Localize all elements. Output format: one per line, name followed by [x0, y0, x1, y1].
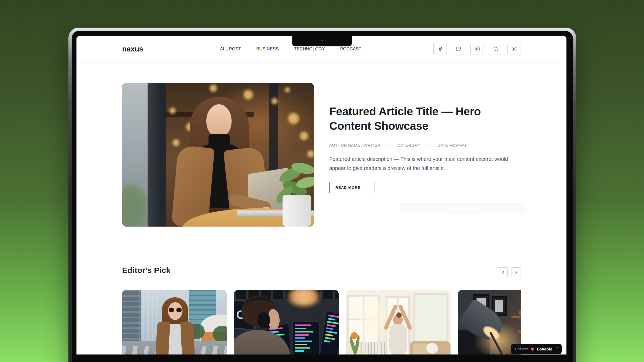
meta-category: CATEGORY — [397, 143, 420, 147]
headphones-band — [245, 297, 274, 313]
laptop-frame: nexus ALL POST BUSINESS TECHNOLOGY PODCA… — [68, 28, 576, 362]
bokeh-light — [300, 132, 308, 140]
nav-item-podcast[interactable]: PODCAST — [340, 47, 361, 51]
article-meta: AUTHOR NAME / WRITER — CATEGORY — DATE F… — [329, 143, 528, 147]
headphones-earcup — [258, 312, 270, 328]
instagram-button[interactable] — [470, 44, 484, 54]
window-frame-left — [148, 83, 166, 227]
laptop-notch — [292, 36, 352, 46]
carousel-nav — [498, 267, 521, 277]
frame-mat — [495, 300, 503, 312]
facebook-icon — [438, 46, 443, 51]
twitter-button[interactable] — [452, 44, 465, 54]
meta-author: AUTHOR NAME / WRITER — [329, 143, 380, 147]
desktop-background: nexus ALL POST BUSINESS TECHNOLOGY PODCA… — [0, 0, 644, 362]
carousel-prev-button[interactable] — [498, 267, 508, 277]
yoga-torso — [389, 324, 407, 354]
woman-face — [206, 104, 232, 137]
plant-pot — [283, 195, 311, 227]
featured-article-title: Featured Article Title — Hero Content Sh… — [329, 104, 512, 133]
bokeh-light — [271, 98, 278, 104]
read-more-label: READ MORE — [335, 186, 360, 190]
webcam — [320, 39, 324, 42]
wood-shelf — [511, 316, 521, 318]
search-icon — [493, 46, 498, 51]
article-card-street-style[interactable] — [122, 290, 227, 354]
editors-pick-heading: Editor's Pick — [122, 266, 171, 275]
laptop-bezel: nexus ALL POST BUSINESS TECHNOLOGY PODCA… — [72, 31, 573, 362]
nav-item-business[interactable]: BUSINESS — [256, 47, 279, 51]
bokeh-light — [210, 84, 217, 92]
badge-close-icon[interactable]: × — [556, 345, 558, 350]
ghost-cta-label: Get Started — [447, 205, 478, 211]
orange-flower — [351, 332, 358, 339]
badge-prefix: Edit with — [515, 347, 528, 351]
nav-item-technology[interactable]: TECHNOLOGY — [294, 47, 325, 51]
lamp-stem — [503, 354, 504, 354]
meta-separator: — — [387, 143, 391, 147]
chevron-right-icon — [514, 270, 518, 274]
meta-separator: — — [427, 143, 431, 147]
sun-icon — [512, 46, 517, 51]
read-more-button[interactable]: READ MORE → — [329, 182, 375, 193]
article-card-developer-workspace[interactable]: OV — [234, 290, 339, 354]
featured-article: Featured Article Title — Hero Content Sh… — [329, 104, 528, 193]
article-description: Featured article description — This is w… — [329, 154, 521, 173]
arrow-right-icon: → — [365, 186, 369, 190]
nav-item-all-post[interactable]: ALL POST — [220, 47, 241, 51]
twitter-icon — [456, 46, 461, 51]
bokeh-light — [307, 150, 314, 157]
carousel-next-button[interactable] — [511, 267, 521, 277]
bokeh-light — [169, 108, 176, 114]
hair-bun — [396, 312, 402, 318]
radiator — [361, 342, 386, 354]
theme-toggle-button[interactable] — [507, 44, 521, 54]
ghost-get-started-button: Get Started — [400, 202, 525, 215]
window — [414, 293, 448, 345]
header-actions — [433, 44, 521, 54]
bokeh-light — [243, 90, 253, 99]
sunglass-lens — [169, 308, 174, 312]
badge-brand: Lovable — [537, 347, 552, 351]
coat-left-panel — [155, 321, 170, 354]
chevron-left-icon — [501, 270, 505, 274]
brand-logo[interactable]: nexus — [122, 45, 143, 53]
bokeh-light — [288, 113, 299, 124]
article-card-home-yoga[interactable] — [346, 290, 451, 354]
bokeh-light — [173, 139, 180, 146]
heart-icon — [530, 347, 535, 351]
sunglasses — [169, 308, 182, 312]
carousel-track: OV — [122, 290, 521, 354]
terracotta-pot — [513, 354, 521, 354]
search-button[interactable] — [489, 44, 502, 54]
meta-date: DATE FORMAT — [437, 143, 467, 147]
featured-article-image[interactable] — [122, 83, 314, 227]
browser-screen: nexus ALL POST BUSINESS TECHNOLOGY PODCA… — [76, 36, 566, 354]
sunglass-lens — [176, 308, 182, 312]
editors-pick-carousel: OV — [122, 290, 521, 354]
lovable-badge[interactable]: Edit with Lovable × — [511, 344, 562, 354]
bokeh-light — [285, 87, 290, 93]
instagram-icon — [475, 46, 480, 51]
facebook-button[interactable] — [433, 44, 447, 54]
monitor-code — [292, 321, 320, 354]
